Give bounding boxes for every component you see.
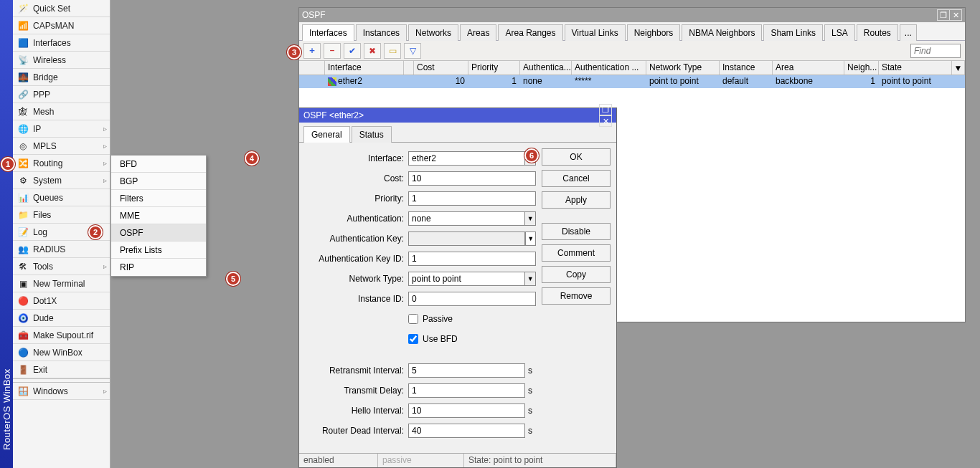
dialog-title-bar[interactable]: OSPF <ether2> ❐ ✕: [299, 108, 616, 123]
apply-button[interactable]: Apply: [542, 191, 611, 209]
col-instance[interactable]: Instance: [720, 61, 773, 75]
menu-tools[interactable]: 🛠Tools▹: [13, 258, 110, 275]
instanceid-field[interactable]: [408, 292, 536, 306]
tab-more[interactable]: ...: [900, 24, 917, 41]
menu-new-winbox[interactable]: 🔵New WinBox: [13, 344, 110, 361]
menu-files[interactable]: 📁Files: [13, 206, 110, 224]
submenu-bfd[interactable]: BFD: [111, 156, 206, 173]
ospf-interface-dialog: OSPF <ether2> ❐ ✕ General Status Interfa…: [298, 108, 617, 468]
table-row[interactable]: ether2 10 1 none ***** point to point de…: [299, 75, 965, 88]
submenu-filters[interactable]: Filters: [111, 190, 206, 207]
txdelay-field[interactable]: [408, 383, 525, 398]
col-interface[interactable]: Interface: [325, 61, 404, 75]
menu-radius[interactable]: 👥RADIUS: [13, 241, 110, 258]
tab-areas[interactable]: Areas: [460, 24, 496, 41]
priority-field[interactable]: [408, 191, 536, 206]
col-state[interactable]: State: [879, 61, 952, 75]
enable-button[interactable]: ✔: [344, 43, 361, 59]
menu-mpls[interactable]: ◎MPLS▹: [13, 138, 110, 155]
menu-ppp[interactable]: 🔗PPP: [13, 86, 110, 103]
ppp-icon: 🔗: [17, 89, 29, 100]
cancel-button[interactable]: Cancel: [542, 170, 611, 187]
submenu-ospf[interactable]: OSPF: [111, 224, 206, 242]
tab-virtual-links[interactable]: Virtual Links: [565, 24, 626, 41]
chevron-down-icon[interactable]: ▼: [525, 211, 536, 226]
add-button[interactable]: ＋: [303, 43, 321, 59]
menu-wireless[interactable]: 📡Wireless: [13, 52, 110, 69]
tab-interfaces[interactable]: Interfaces: [302, 24, 354, 41]
tab-sham-links[interactable]: Sham Links: [763, 24, 823, 41]
usebfd-checkbox[interactable]: [408, 334, 418, 344]
menu-new-terminal[interactable]: ▣New Terminal: [13, 275, 110, 292]
menu-supout[interactable]: 🧰Make Supout.rif: [13, 327, 110, 344]
col-neighbors[interactable]: Neigh...: [844, 61, 879, 75]
dead-field[interactable]: [408, 424, 525, 438]
authkey-field[interactable]: [408, 231, 525, 246]
find-input[interactable]: [910, 44, 961, 58]
disable-button[interactable]: Disable: [542, 223, 611, 240]
tab-instances[interactable]: Instances: [356, 24, 407, 41]
menu-capsman[interactable]: 📶CAPsMAN: [13, 17, 110, 34]
menu-bridge[interactable]: 🌉Bridge: [13, 69, 110, 86]
copy-button[interactable]: Copy: [542, 266, 611, 283]
chevron-down-icon[interactable]: ▼: [525, 272, 536, 286]
auth-field[interactable]: [408, 211, 525, 226]
menu-ip[interactable]: 🌐IP▹: [13, 120, 110, 138]
menu-windows[interactable]: 🪟Windows▹: [13, 383, 110, 400]
restore-icon[interactable]: ❐: [937, 9, 950, 21]
hello-field[interactable]: [408, 403, 525, 418]
menu-exit[interactable]: 🚪Exit: [13, 361, 110, 378]
disable-button[interactable]: ✖: [364, 43, 381, 59]
close-icon[interactable]: ✕: [949, 9, 962, 21]
interface-field[interactable]: [408, 151, 525, 166]
menu-system[interactable]: ⚙System▹: [13, 172, 110, 189]
submenu-mme[interactable]: MME: [111, 207, 206, 224]
submenu-prefix-lists[interactable]: Prefix Lists: [111, 242, 206, 259]
submenu-rip[interactable]: RIP: [111, 259, 206, 276]
col-flags[interactable]: [299, 61, 325, 75]
comment-button[interactable]: ▭: [384, 43, 401, 59]
col-dropdown[interactable]: ▼: [952, 61, 965, 75]
menu-dude[interactable]: 🧿Dude: [13, 310, 110, 327]
dialog-tab-general[interactable]: General: [303, 126, 350, 143]
tab-area-ranges[interactable]: Area Ranges: [498, 24, 562, 41]
passive-checkbox[interactable]: [408, 314, 418, 324]
menu-quick-set[interactable]: 🪄Quick Set: [13, 0, 110, 17]
interface-label: Interface:: [305, 153, 408, 163]
cost-field[interactable]: [408, 171, 536, 186]
col-spacer[interactable]: [404, 61, 414, 75]
col-priority[interactable]: Priority: [468, 61, 520, 75]
tab-routes[interactable]: Routes: [857, 24, 898, 41]
tab-networks[interactable]: Networks: [408, 24, 458, 41]
chevron-right-icon: ▹: [103, 262, 107, 270]
status-passive: passive: [378, 454, 464, 467]
menu-interfaces[interactable]: 🟦Interfaces: [13, 34, 110, 52]
nettype-field[interactable]: [408, 272, 525, 286]
col-cost[interactable]: Cost: [414, 61, 468, 75]
authid-field[interactable]: [408, 252, 536, 266]
filter-button[interactable]: ▽: [404, 43, 421, 59]
menu-dot1x[interactable]: 🔴Dot1X: [13, 292, 110, 310]
dialog-tab-status[interactable]: Status: [352, 126, 392, 143]
restore-icon[interactable]: ❐: [599, 104, 612, 115]
col-auth[interactable]: Authentica...: [520, 61, 572, 75]
tab-neighbors[interactable]: Neighbors: [627, 24, 681, 41]
chevron-down-icon[interactable]: ▼: [525, 231, 536, 246]
comment-button[interactable]: Comment: [542, 244, 611, 262]
remove-button[interactable]: －: [324, 43, 341, 59]
col-area[interactable]: Area: [773, 61, 844, 75]
ok-button[interactable]: OK: [542, 148, 611, 166]
remove-button[interactable]: Remove: [542, 287, 611, 305]
submenu-bgp[interactable]: BGP: [111, 173, 206, 190]
menu-routing[interactable]: 🔀Routing▹: [13, 155, 110, 172]
menu-log[interactable]: 📝Log 2: [13, 224, 110, 241]
menu-queues[interactable]: 📊Queues: [13, 189, 110, 206]
menu-mesh[interactable]: 🕸Mesh: [13, 103, 110, 120]
retrans-field[interactable]: [408, 363, 525, 378]
ospf-window-title-bar[interactable]: OSPF ❐ ✕: [299, 8, 965, 22]
col-authkey[interactable]: Authentication ...: [572, 61, 646, 75]
tab-nbma-neighbors[interactable]: NBMA Neighbors: [682, 24, 762, 41]
tab-lsa[interactable]: LSA: [824, 24, 855, 41]
col-network-type[interactable]: Network Type: [646, 61, 720, 75]
wand-icon: 🪄: [17, 3, 29, 14]
